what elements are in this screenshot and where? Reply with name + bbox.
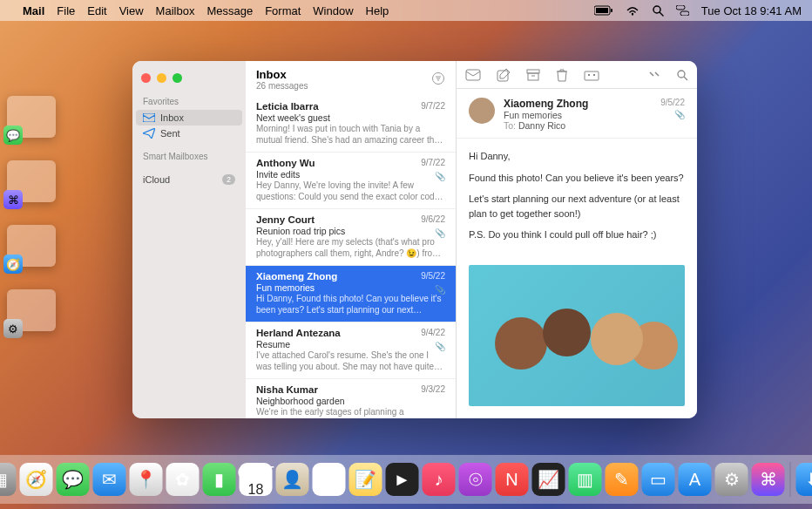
dock-calendar[interactable]: OCT18	[240, 463, 273, 496]
msg-date: 9/7/22	[421, 158, 445, 168]
dock-downloads[interactable]: ⬇	[796, 463, 813, 496]
svg-rect-2	[611, 9, 612, 12]
stage-thumb-shortcuts[interactable]: ⌘	[7, 160, 56, 202]
dock-numbers[interactable]: ▥	[569, 463, 602, 496]
cal-month: OCT	[237, 463, 274, 483]
reader-to: Danny Rico	[518, 120, 565, 131]
dock-tv[interactable]: ►	[386, 463, 419, 496]
body-line: Hi Danny,	[469, 149, 685, 164]
msg-from: Nisha Kumar	[256, 384, 421, 395]
dock-settings[interactable]: ⚙	[715, 463, 748, 496]
sidebar-item-icloud[interactable]: iCloud 2	[132, 172, 246, 187]
msg-from: Xiaomeng Zhong	[256, 271, 421, 282]
stage-manager: 💬 ⌘ 🧭 ⚙	[7, 96, 59, 354]
message-list-item[interactable]: Leticia Ibarra9/7/22Next week's guestMor…	[246, 96, 456, 153]
body-line: Found this photo! Can you believe it's b…	[469, 171, 685, 186]
dock-safari[interactable]: 🧭	[20, 463, 53, 496]
shortcuts-icon: ⌘	[3, 190, 23, 209]
get-mail-icon[interactable]	[465, 69, 481, 81]
svg-rect-12	[466, 70, 480, 80]
dock-facetime[interactable]: ▮	[203, 463, 236, 496]
window-controls	[132, 68, 246, 93]
dock-mail[interactable]: ✉	[93, 463, 126, 496]
menu-edit[interactable]: Edit	[87, 4, 106, 17]
message-reader: Xiaomeng Zhong Fun memories To: Danny Ri…	[457, 61, 697, 418]
sidebar-item-label: Inbox	[160, 112, 184, 123]
msg-from: Leticia Ibarra	[256, 101, 421, 112]
sidebar-item-label: iCloud	[143, 174, 170, 185]
message-list: Inbox 26 messages Leticia Ibarra9/7/22Ne…	[246, 61, 457, 418]
more-icon[interactable]	[648, 71, 660, 79]
close-button[interactable]	[141, 73, 151, 83]
dock-pages[interactable]: ✎	[606, 463, 639, 496]
control-center-icon[interactable]	[676, 5, 689, 16]
spotlight-icon[interactable]	[652, 4, 664, 17]
archive-icon[interactable]	[526, 69, 540, 81]
battery-icon[interactable]	[594, 5, 613, 16]
dock-maps[interactable]: 📍	[130, 463, 163, 496]
reader-date: 9/5/22	[660, 98, 685, 107]
dock-contacts[interactable]: 👤	[276, 463, 309, 496]
menu-view[interactable]: View	[119, 4, 144, 17]
message-list-header: Inbox 26 messages	[246, 61, 456, 96]
junk-icon[interactable]	[584, 69, 599, 81]
menu-message[interactable]: Message	[206, 4, 253, 17]
stage-thumb-messages[interactable]: 💬	[7, 96, 56, 138]
dock-stocks[interactable]: 📈	[532, 463, 565, 496]
sidebar-section-smart: Smart Mailboxes	[132, 148, 246, 165]
sidebar-item-inbox[interactable]: Inbox	[136, 110, 242, 126]
dock-podcasts[interactable]: ⦾	[459, 463, 492, 496]
msg-preview: Hi Danny, Found this photo! Can you beli…	[256, 294, 445, 316]
svg-rect-15	[528, 73, 538, 80]
menu-window[interactable]: Window	[313, 4, 353, 17]
compose-icon[interactable]	[497, 68, 511, 82]
svg-line-5	[660, 12, 663, 16]
dock-notes[interactable]: 📝	[349, 463, 382, 496]
msg-from: Jenny Court	[256, 214, 421, 225]
dock-messages[interactable]: 💬	[57, 463, 90, 496]
msg-date: 9/7/22	[421, 101, 445, 112]
messages-icon: 💬	[3, 126, 23, 145]
sidebar-section-favorites: Favorites	[132, 93, 246, 110]
menu-datetime[interactable]: Tue Oct 18 9:41 AM	[701, 4, 802, 17]
menu-help[interactable]: Help	[366, 4, 389, 17]
dock-news[interactable]: N	[496, 463, 529, 496]
msg-date: 9/6/22	[421, 214, 445, 225]
svg-point-3	[632, 13, 633, 15]
dock-photos[interactable]: ✿	[166, 463, 200, 496]
body-line: Let's start planning our next adventure …	[469, 192, 685, 221]
wifi-icon[interactable]	[626, 5, 639, 16]
stage-thumb-settings[interactable]: ⚙	[7, 289, 56, 331]
zoom-button[interactable]	[173, 73, 182, 83]
dock-keynote[interactable]: ▭	[642, 463, 675, 496]
dock-launchpad[interactable]: ▦	[0, 463, 17, 496]
trash-icon[interactable]	[556, 68, 568, 82]
dock-reminders[interactable]: ☰	[313, 463, 346, 496]
attachment-icon[interactable]: 📎	[674, 110, 685, 119]
filter-icon[interactable]	[431, 71, 445, 88]
dock-shortcuts[interactable]: ⌘	[752, 463, 785, 496]
app-menu[interactable]: Mail	[23, 4, 44, 17]
message-list-item[interactable]: Nisha Kumar9/3/22Neighborhood gardenWe'r…	[246, 379, 456, 418]
dock-appstore[interactable]: A	[679, 463, 712, 496]
menu-format[interactable]: Format	[265, 4, 301, 17]
minimize-button[interactable]	[157, 73, 166, 83]
message-attachment-image[interactable]	[469, 265, 685, 406]
search-icon[interactable]	[676, 69, 688, 81]
sidebar-item-sent[interactable]: Sent	[132, 126, 246, 141]
reader-from: Xiaomeng Zhong	[504, 98, 685, 110]
menu-file[interactable]: File	[57, 4, 75, 17]
message-body: Hi Danny, Found this photo! Can you beli…	[457, 139, 697, 260]
mailbox-title: Inbox	[256, 68, 431, 81]
message-list-item[interactable]: Anthony Wu9/7/22Invite edits📎Hey Danny, …	[246, 153, 456, 209]
msg-date: 9/4/22	[421, 328, 445, 338]
stage-thumb-safari[interactable]: 🧭	[7, 225, 56, 267]
message-list-item[interactable]: Xiaomeng Zhong9/5/22Fun memories📎Hi Dann…	[246, 266, 456, 322]
msg-subject: Reunion road trip pics	[256, 226, 445, 236]
message-list-item[interactable]: Herland Antezana9/4/22Resume📎I've attach…	[246, 322, 456, 379]
menu-mailbox[interactable]: Mailbox	[156, 4, 195, 17]
menu-bar: Mail File Edit View Mailbox Message Form…	[0, 0, 812, 21]
settings-icon: ⚙	[3, 319, 23, 338]
message-list-item[interactable]: Jenny Court9/6/22Reunion road trip pics📎…	[246, 209, 456, 266]
dock-music[interactable]: ♪	[423, 463, 456, 496]
